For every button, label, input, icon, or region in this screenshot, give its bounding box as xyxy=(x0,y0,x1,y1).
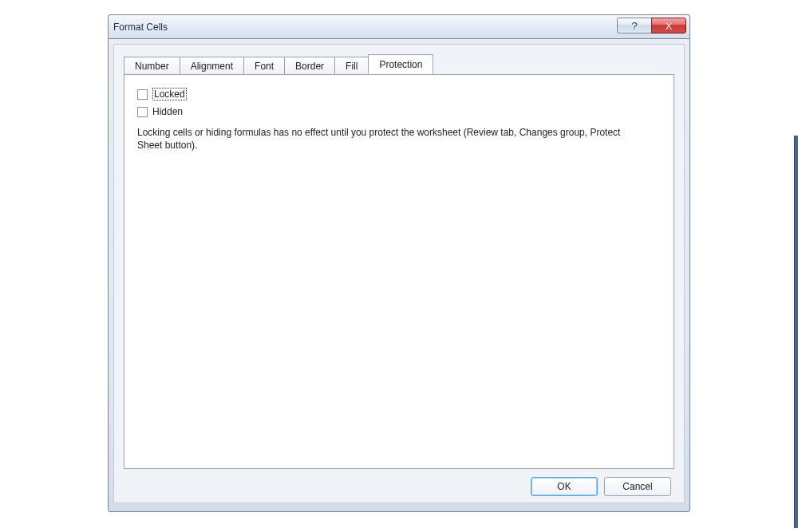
protection-note: Locking cells or hiding formulas has no … xyxy=(137,126,648,152)
tab-label: Alignment xyxy=(191,61,233,72)
dialog-panel: Number Alignment Font Border Fill Protec… xyxy=(113,44,685,503)
button-row: OK Cancel xyxy=(124,469,674,496)
hidden-label[interactable]: Hidden xyxy=(152,106,183,117)
window-title: Format Cells xyxy=(113,22,168,33)
tab-label: Font xyxy=(255,61,274,72)
ok-button[interactable]: OK xyxy=(531,477,598,496)
close-icon: X xyxy=(666,20,673,32)
hidden-row: Hidden xyxy=(137,104,661,120)
locked-row: Locked xyxy=(137,86,661,102)
window-buttons: ? X xyxy=(617,18,686,33)
format-cells-dialog: Format Cells ? X Number Alignment Font xyxy=(108,14,690,512)
button-label: OK xyxy=(557,481,571,492)
cancel-button[interactable]: Cancel xyxy=(604,477,671,496)
background-stripe xyxy=(794,136,798,528)
tab-border[interactable]: Border xyxy=(284,57,335,75)
hidden-checkbox[interactable] xyxy=(137,107,148,117)
tab-protection[interactable]: Protection xyxy=(368,54,433,74)
close-button[interactable]: X xyxy=(651,18,686,33)
tab-strip: Number Alignment Font Border Fill Protec… xyxy=(124,54,674,74)
title-bar[interactable]: Format Cells ? X xyxy=(108,14,690,38)
tab-font[interactable]: Font xyxy=(243,57,285,75)
tab-alignment[interactable]: Alignment xyxy=(180,57,244,75)
locked-label[interactable]: Locked xyxy=(152,88,187,100)
client-area: Number Alignment Font Border Fill Protec… xyxy=(108,38,690,512)
tab-number[interactable]: Number xyxy=(124,57,180,75)
tab-fill[interactable]: Fill xyxy=(334,57,369,75)
locked-checkbox[interactable] xyxy=(137,89,148,100)
tab-label: Number xyxy=(135,61,169,72)
help-icon: ? xyxy=(631,20,637,32)
tab-label: Protection xyxy=(379,59,422,70)
tab-label: Border xyxy=(295,61,324,72)
button-label: Cancel xyxy=(622,481,652,492)
tab-label: Fill xyxy=(346,61,358,72)
tab-page-protection: Locked Hidden Locking cells or hiding fo… xyxy=(124,74,674,469)
help-button[interactable]: ? xyxy=(617,18,652,33)
